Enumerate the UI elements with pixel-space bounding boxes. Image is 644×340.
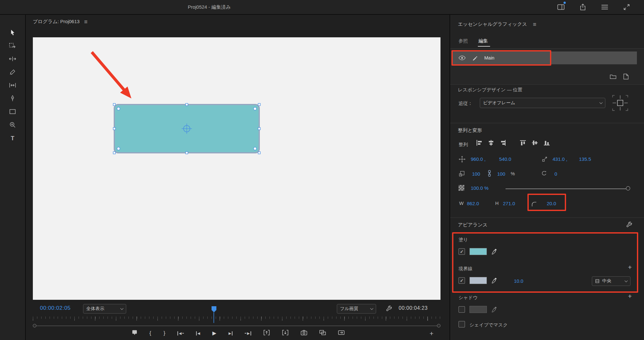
fill-checkbox[interactable]: ✓ xyxy=(459,248,465,255)
program-monitor-header: プログラム: Proj0613 ≡ xyxy=(33,19,88,25)
rotation-value[interactable]: 0 xyxy=(554,171,557,177)
align-top-icon[interactable] xyxy=(520,140,526,146)
new-folder-button[interactable] xyxy=(610,74,616,80)
active-tab-underline xyxy=(478,46,490,47)
export-frame-button[interactable] xyxy=(301,330,307,337)
section-divider xyxy=(450,217,644,218)
zoom-scrollbar[interactable] xyxy=(33,324,440,328)
settings-wrench-button[interactable] xyxy=(386,305,392,313)
zoom-level-dropdown[interactable]: 全体表示 xyxy=(83,304,126,314)
extract-button[interactable] xyxy=(282,330,289,337)
go-to-out-button[interactable]: ▶ xyxy=(245,331,251,335)
ripple-edit-tool-button[interactable] xyxy=(6,53,19,65)
stroke-checkbox[interactable]: ✓ xyxy=(459,277,465,284)
position-x-value[interactable]: 960.0 , xyxy=(471,156,486,162)
align-bottom-icon[interactable] xyxy=(544,140,550,146)
fill-eyedropper-button[interactable] xyxy=(491,249,497,256)
go-to-in-arrow: ◀ xyxy=(179,332,181,335)
follow-value: ビデオフレーム xyxy=(483,100,515,106)
comparison-view-icon xyxy=(319,330,326,335)
type-tool-button[interactable]: T xyxy=(6,133,19,144)
play-icon: ▶ xyxy=(212,330,216,336)
timeline-ruler[interactable] xyxy=(33,317,440,323)
add-shadow-button[interactable]: + xyxy=(628,293,632,299)
step-back-button[interactable]: ◀ xyxy=(196,331,200,335)
opacity-slider-knob[interactable] xyxy=(626,186,630,190)
follow-dropdown[interactable]: ビデオフレーム xyxy=(480,98,605,108)
program-monitor-canvas[interactable] xyxy=(33,37,440,300)
play-button[interactable]: ▶ xyxy=(212,330,216,336)
pen-tool-button[interactable] xyxy=(6,93,19,104)
ripple-edit-tool-icon xyxy=(9,56,16,62)
new-layer-button[interactable] xyxy=(623,74,629,81)
stroke-width-value[interactable]: 10.0 xyxy=(514,278,523,284)
stroke-eyedropper-button[interactable] xyxy=(491,278,497,285)
app-menu-button[interactable] xyxy=(601,3,609,11)
shadow-color-swatch[interactable] xyxy=(469,306,487,313)
anchor-y-value[interactable]: 135.5 xyxy=(579,156,591,162)
annotation-arrow xyxy=(92,52,131,98)
opacity-slider-track[interactable] xyxy=(506,188,628,189)
essential-graphics-title: エッセンシャルグラフィックス xyxy=(458,21,527,27)
corner-radius-value[interactable]: 20.0 xyxy=(547,201,556,206)
add-stroke-button[interactable]: + xyxy=(628,264,632,271)
mark-in-button[interactable]: { xyxy=(149,330,151,336)
panel-menu-icon[interactable]: ≡ xyxy=(533,22,536,27)
align-center-vertical-icon[interactable] xyxy=(532,140,538,146)
panel-menu-icon[interactable]: ≡ xyxy=(84,19,88,25)
selection-tool-button[interactable] xyxy=(6,27,19,38)
track-select-tool-button[interactable] xyxy=(6,40,19,51)
go-to-in-button[interactable]: ◀ xyxy=(177,331,184,335)
position-y-value[interactable]: 540.0 xyxy=(499,156,511,162)
share-button[interactable] xyxy=(579,3,587,11)
corner-radius-icon xyxy=(531,201,537,207)
stroke-align-dropdown[interactable]: 中央 xyxy=(592,276,630,286)
tab-edit[interactable]: 編集 xyxy=(478,38,488,44)
playback-quality-dropdown[interactable]: フル画質 xyxy=(337,304,376,314)
scale-y-value[interactable]: 100 xyxy=(497,171,505,177)
layer-row-main[interactable]: Main xyxy=(453,51,637,64)
align-center-horizontal-icon[interactable] xyxy=(488,140,494,146)
notification-dot xyxy=(564,2,566,4)
align-right-icon[interactable] xyxy=(500,140,506,146)
add-marker-button[interactable] xyxy=(132,330,137,337)
shadow-eyedropper-button[interactable] xyxy=(491,307,497,314)
scale-x-value[interactable]: 100 xyxy=(472,171,480,177)
tab-browse[interactable]: 参照 xyxy=(459,38,468,44)
export-media-button[interactable] xyxy=(338,330,345,337)
visibility-eye-icon[interactable] xyxy=(459,56,466,60)
slip-tool-button[interactable] xyxy=(6,79,19,91)
comparison-view-button[interactable] xyxy=(319,330,326,336)
go-to-out-arrow: ▶ xyxy=(247,332,250,335)
zoom-scrollbar-left-handle[interactable] xyxy=(33,324,36,327)
scale-link-toggle[interactable] xyxy=(488,170,491,178)
zoom-tool-button[interactable] xyxy=(6,119,19,131)
step-forward-button[interactable]: ▶ xyxy=(229,331,232,335)
mark-out-button[interactable]: } xyxy=(164,330,166,336)
width-value[interactable]: 862.0 xyxy=(467,201,479,206)
stroke-align-value: 中央 xyxy=(602,278,611,284)
lift-button[interactable] xyxy=(263,330,270,337)
scale-icon xyxy=(459,170,465,177)
shadow-checkbox[interactable] xyxy=(459,306,465,313)
appearance-settings-button[interactable] xyxy=(626,221,632,229)
razor-tool-button[interactable] xyxy=(6,66,19,78)
duration-timecode: 00:00:04:23 xyxy=(399,305,428,311)
zoom-scrollbar-right-handle[interactable] xyxy=(437,324,440,327)
mask-with-shape-checkbox[interactable] xyxy=(459,321,465,327)
rectangle-tool-button[interactable] xyxy=(6,106,19,117)
pin-to-widget[interactable] xyxy=(611,93,630,114)
stroke-color-swatch[interactable] xyxy=(469,277,487,284)
anchor-x-value[interactable]: 431.0 , xyxy=(553,156,567,162)
stroke-align-icon xyxy=(595,279,600,283)
playhead-marker[interactable] xyxy=(212,306,216,312)
fill-color-swatch[interactable] xyxy=(469,248,487,255)
opacity-value[interactable]: 100.0 % xyxy=(471,185,488,191)
mask-with-shape-label: シェイプでマスク xyxy=(469,322,508,328)
align-left-icon[interactable] xyxy=(476,140,482,146)
fullscreen-button[interactable] xyxy=(623,3,630,11)
current-timecode[interactable]: 00:00:02:05 xyxy=(40,305,71,311)
button-editor-add-button[interactable]: + xyxy=(430,330,433,337)
workspace-switcher-button[interactable] xyxy=(557,3,565,11)
height-value[interactable]: 271.0 xyxy=(503,201,515,206)
